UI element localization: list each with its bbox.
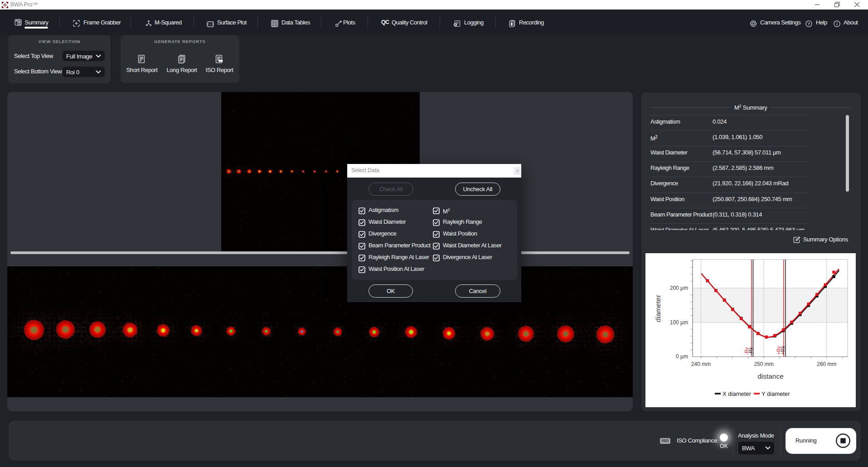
svg-text:200 μm: 200 μm: [670, 285, 688, 291]
svg-text:Y diameter: Y diameter: [761, 390, 790, 397]
svg-text:+Rx: +Rx: [780, 346, 786, 355]
svg-text:260 mm: 260 mm: [817, 361, 836, 367]
svg-text:X diameter: X diameter: [723, 390, 752, 397]
svg-text:diameter: diameter: [654, 295, 662, 322]
svg-text:-Rx: -Rx: [748, 347, 753, 355]
svg-text:distance: distance: [757, 372, 784, 380]
svg-text:240 mm: 240 mm: [691, 361, 711, 367]
svg-text:100 μm: 100 μm: [670, 319, 688, 326]
svg-text:?: ?: [808, 22, 810, 26]
svg-text:0 μm: 0 μm: [676, 353, 688, 360]
svg-text:250 mm: 250 mm: [754, 361, 773, 367]
